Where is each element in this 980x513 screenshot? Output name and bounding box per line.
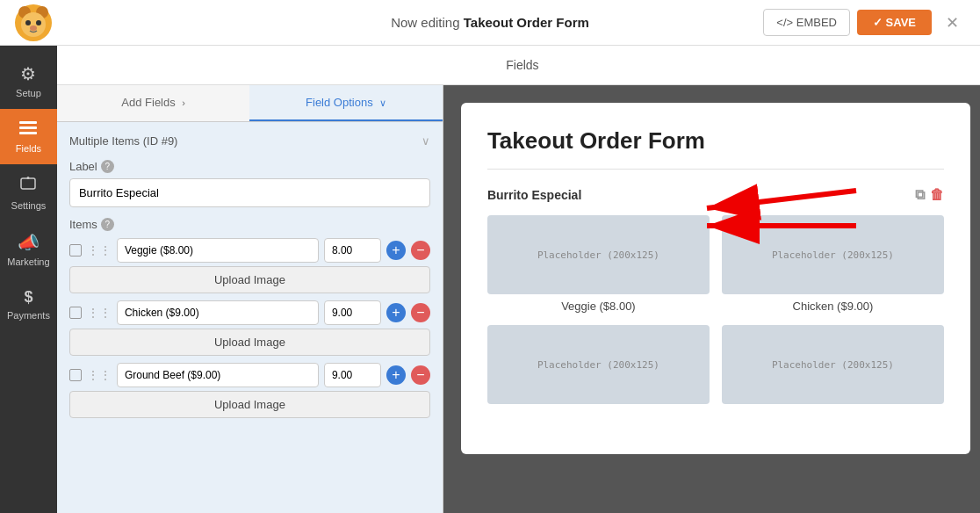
- item-remove-btn-3[interactable]: −: [411, 365, 430, 385]
- label-help-icon[interactable]: ?: [101, 160, 114, 173]
- placeholder-img-1: Placeholder (200x125): [487, 215, 710, 294]
- item-add-btn-2[interactable]: +: [386, 303, 406, 322]
- copy-icon[interactable]: ⧉: [915, 187, 925, 203]
- sidebar-label-setup: Setup: [16, 88, 41, 98]
- delete-icon[interactable]: 🗑: [930, 187, 944, 203]
- item-remove-btn-1[interactable]: −: [411, 241, 430, 260]
- field-options-chevron: ∨: [379, 98, 386, 108]
- main-layout: ⚙ Setup Fields Settings 📣: [0, 46, 980, 513]
- close-button[interactable]: ✕: [939, 10, 966, 36]
- svg-point-5: [36, 20, 41, 25]
- item-price-input-1[interactable]: [324, 238, 381, 263]
- placeholder-img-3: Placeholder (200x125): [487, 325, 710, 404]
- drag-handle-3[interactable]: ⋮⋮: [87, 368, 112, 382]
- item-row-1: ⋮⋮ + −: [69, 238, 430, 263]
- sidebar-item-settings[interactable]: Settings: [0, 164, 57, 221]
- upload-image-btn-1[interactable]: Upload Image: [69, 266, 430, 293]
- section-label: Burrito Especial ⧉ 🗑: [487, 187, 944, 203]
- items-help-icon[interactable]: ?: [101, 218, 114, 231]
- sidebar-label-payments: Payments: [7, 310, 50, 321]
- embed-button[interactable]: </> EMBED: [763, 9, 850, 36]
- upload-image-btn-3[interactable]: Upload Image: [69, 391, 430, 418]
- item-price-input-2[interactable]: [324, 300, 381, 325]
- preview-item-3: Placeholder (200x125): [487, 325, 710, 409]
- svg-point-6: [30, 25, 37, 31]
- item-add-btn-1[interactable]: +: [386, 241, 406, 260]
- form-divider: [487, 169, 944, 170]
- label-input[interactable]: [69, 178, 430, 207]
- items-grid: Placeholder (200x125) Veggie ($8.00) Pla…: [487, 215, 944, 409]
- item-remove-btn-2[interactable]: −: [411, 303, 430, 322]
- field-id-chevron: ∨: [422, 134, 430, 148]
- panel-and-preview: Add Fields › Field Options ∨ Multiple It…: [57, 85, 980, 513]
- tab-field-options[interactable]: Field Options ∨: [249, 85, 443, 121]
- item-checkbox-3[interactable]: [69, 369, 82, 381]
- payments-icon: $: [24, 288, 32, 307]
- placeholder-img-2: Placeholder (200x125): [722, 215, 944, 294]
- preview-item-1: Placeholder (200x125) Veggie ($8.00): [487, 215, 710, 313]
- item-name-input-3[interactable]: [117, 363, 319, 387]
- form-preview: Takeout Order Form Burrito Especial ⧉ 🗑 …: [461, 103, 970, 454]
- item-name-input-2[interactable]: [117, 300, 319, 325]
- fields-tab-bar: Fields: [57, 46, 980, 85]
- item-entry-3: ⋮⋮ + − Upload Image: [69, 363, 430, 418]
- fields-icon: [19, 119, 37, 140]
- svg-point-4: [25, 20, 31, 25]
- tab-add-fields[interactable]: Add Fields ›: [57, 85, 250, 121]
- label-section: Label ?: [69, 160, 430, 207]
- logo-icon: [14, 4, 53, 42]
- svg-rect-8: [19, 126, 37, 129]
- sidebar: ⚙ Setup Fields Settings 📣: [0, 46, 57, 513]
- placeholder-img-4: Placeholder (200x125): [722, 325, 944, 404]
- sidebar-label-settings: Settings: [11, 200, 47, 211]
- sidebar-label-fields: Fields: [16, 143, 41, 154]
- item-row-2: ⋮⋮ + −: [69, 300, 430, 325]
- preview-area: Takeout Order Form Burrito Especial ⧉ 🗑 …: [443, 85, 980, 513]
- svg-rect-10: [21, 178, 35, 189]
- drag-handle-1[interactable]: ⋮⋮: [87, 243, 112, 257]
- setup-icon: ⚙: [20, 63, 36, 84]
- logo-area: [14, 4, 53, 42]
- item-entry-2: ⋮⋮ + − Upload Image: [69, 300, 430, 356]
- header-actions: </> EMBED ✓ SAVE ✕: [763, 9, 966, 36]
- sidebar-item-marketing[interactable]: 📣 Marketing: [0, 221, 57, 278]
- marketing-icon: 📣: [18, 232, 40, 253]
- label-heading: Label ?: [69, 160, 430, 173]
- form-preview-title: Takeout Order Form: [487, 127, 944, 155]
- tabs-row: Add Fields › Field Options ∨: [57, 85, 443, 122]
- sidebar-item-setup[interactable]: ⚙ Setup: [0, 53, 57, 109]
- item-add-btn-3[interactable]: +: [386, 365, 406, 385]
- sidebar-item-fields[interactable]: Fields: [0, 109, 57, 164]
- item-price-input-3[interactable]: [324, 363, 381, 387]
- upload-image-btn-2[interactable]: Upload Image: [69, 329, 430, 356]
- field-id-label: Multiple Items (ID #9): [69, 134, 178, 148]
- item-checkbox-2[interactable]: [69, 307, 82, 319]
- sidebar-item-payments[interactable]: $ Payments: [0, 278, 57, 331]
- preview-item-4: Placeholder (200x125): [722, 325, 944, 409]
- drag-handle-2[interactable]: ⋮⋮: [87, 306, 112, 320]
- field-id-row: Multiple Items (ID #9) ∨: [69, 134, 430, 148]
- svg-point-3: [21, 12, 46, 37]
- top-header: Now editing Takeout Order Form </> EMBED…: [0, 0, 980, 46]
- item-checkbox-1[interactable]: [69, 244, 82, 256]
- add-fields-chevron: ›: [182, 98, 185, 108]
- items-heading-row: Items ?: [69, 218, 430, 231]
- item-row-3: ⋮⋮ + −: [69, 363, 430, 387]
- save-button[interactable]: ✓ SAVE: [857, 10, 932, 35]
- preview-item-2: Placeholder (200x125) Chicken ($9.00): [722, 215, 944, 313]
- left-panel: Add Fields › Field Options ∨ Multiple It…: [57, 85, 443, 513]
- item-name-input-1[interactable]: [117, 238, 319, 263]
- settings-icon: [19, 175, 37, 197]
- header-center: Now editing Takeout Order Form: [391, 15, 589, 30]
- svg-rect-7: [19, 121, 37, 124]
- sidebar-label-marketing: Marketing: [7, 256, 49, 267]
- content-area: Fields Add Fields › Field Options ∨: [57, 46, 980, 513]
- section-icons: ⧉ 🗑: [915, 187, 944, 203]
- item-entry-1: ⋮⋮ + − Upload Image: [69, 238, 430, 293]
- fields-tab-label: Fields: [506, 58, 538, 72]
- svg-rect-9: [19, 132, 37, 134]
- preview-item-label-2: Chicken ($9.00): [793, 300, 874, 313]
- preview-item-label-1: Veggie ($8.00): [561, 300, 636, 313]
- panel-scroll[interactable]: Multiple Items (ID #9) ∨ Label ? Items: [57, 122, 443, 513]
